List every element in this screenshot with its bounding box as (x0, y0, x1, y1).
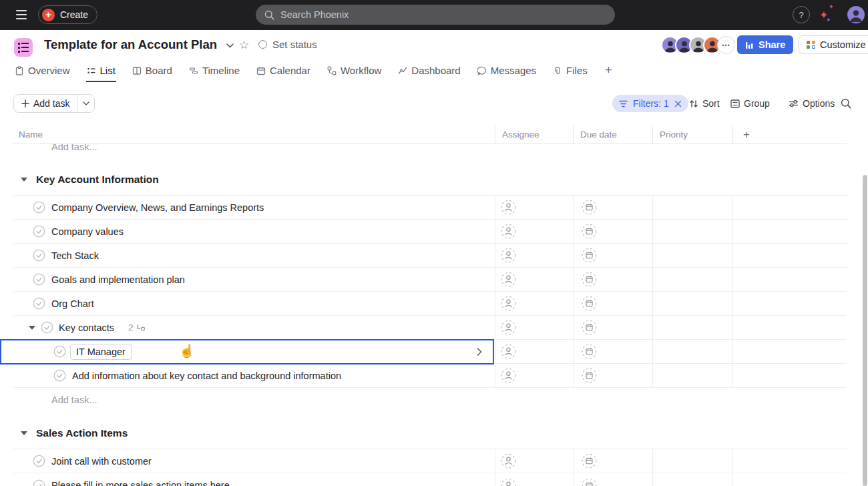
add-task-row-clipped[interactable]: Add task... (0, 144, 868, 155)
column-header-name[interactable]: Name (13, 126, 495, 144)
set-status-button[interactable]: Set status (258, 39, 317, 50)
priority-cell[interactable] (652, 196, 732, 220)
task-row[interactable]: Tech Stack (0, 244, 868, 268)
priority-cell[interactable] (652, 244, 732, 268)
user-avatar[interactable] (847, 6, 865, 23)
task-row[interactable]: Company Overview, News, and Earnings Rep… (0, 196, 868, 220)
due-date-cell[interactable] (573, 473, 652, 486)
add-task-main[interactable]: Add task (14, 95, 77, 112)
tab-list[interactable]: List (86, 61, 116, 82)
task-row[interactable]: Goals and implementation plan (0, 268, 868, 292)
due-date-cell[interactable] (573, 220, 652, 244)
tab-files[interactable]: Files (552, 61, 588, 82)
task-row[interactable]: Company values (0, 220, 868, 244)
priority-cell[interactable] (652, 449, 732, 473)
add-task-dropdown[interactable] (77, 95, 94, 112)
task-row[interactable]: Org Chart (0, 292, 868, 316)
tab-calendar[interactable]: Calendar (256, 61, 311, 82)
task-status-check-icon[interactable] (33, 455, 45, 467)
assignee-cell[interactable] (495, 316, 573, 340)
task-row[interactable]: Joint call with customer (0, 449, 868, 473)
hamburger-menu-icon[interactable] (16, 10, 27, 19)
column-header-priority[interactable]: Priority (652, 126, 732, 144)
assignee-cell[interactable] (495, 292, 573, 316)
open-task-chevron-icon[interactable] (477, 348, 482, 356)
priority-cell[interactable] (652, 340, 732, 364)
tab-board[interactable]: Board (132, 61, 173, 82)
collapse-triangle-icon[interactable] (21, 178, 27, 182)
assignee-cell[interactable] (495, 196, 573, 220)
task-row-clipped[interactable]: Please fill in more sales action items h… (0, 473, 868, 486)
help-button[interactable]: ? (793, 6, 810, 23)
tab-timeline[interactable]: Timeline (188, 61, 240, 82)
global-search-input[interactable]: Search Phoenix (256, 5, 615, 25)
task-status-check-icon[interactable] (33, 297, 45, 310)
assignee-cell[interactable] (495, 244, 573, 268)
due-date-cell[interactable] (573, 244, 652, 268)
favorite-star-icon[interactable]: ☆ (239, 38, 249, 52)
task-row-key-contacts[interactable]: Key contacts 2 (0, 316, 868, 340)
task-status-check-icon[interactable] (33, 249, 45, 262)
priority-cell[interactable] (652, 268, 732, 292)
tab-messages[interactable]: Messages (477, 61, 537, 82)
extra-cell (732, 196, 847, 220)
share-button[interactable]: Share (737, 35, 793, 54)
priority-cell[interactable] (652, 473, 732, 486)
due-date-cell[interactable] (573, 292, 652, 316)
extra-cell (732, 473, 847, 486)
task-row-subtask[interactable]: Add information about key contact and ba… (0, 364, 868, 388)
assignee-cell[interactable] (495, 449, 573, 473)
task-status-check-icon[interactable] (33, 225, 45, 238)
task-status-check-icon[interactable] (33, 273, 45, 286)
task-status-check-icon[interactable] (53, 345, 66, 358)
assignee-cell[interactable] (495, 268, 573, 292)
list-search-button[interactable] (841, 98, 851, 111)
ai-sparkles-icon[interactable]: ✦✦✦ (819, 4, 837, 26)
add-column-button[interactable]: + (732, 126, 847, 144)
create-button[interactable]: + Create (38, 5, 97, 24)
expand-triangle-icon[interactable] (29, 326, 35, 330)
assignee-cell[interactable] (495, 340, 573, 364)
due-date-cell[interactable] (573, 364, 652, 388)
add-task-row[interactable]: Add task... (13, 388, 868, 412)
assignee-cell[interactable] (495, 473, 573, 486)
section-key-account-information[interactable]: Key Account Information (13, 164, 847, 196)
collapse-triangle-icon[interactable] (21, 431, 27, 435)
tab-overview[interactable]: Overview (14, 61, 71, 82)
assignee-cell[interactable] (495, 364, 573, 388)
task-row-it-manager-selected[interactable]: IT Manager ☝ (0, 340, 868, 364)
due-date-cell[interactable] (573, 340, 652, 364)
customize-button[interactable]: Customize (799, 35, 868, 54)
due-date-cell[interactable] (573, 268, 652, 292)
group-button[interactable]: Group (730, 94, 770, 113)
options-button[interactable]: Options (789, 94, 835, 113)
due-date-cell[interactable] (573, 196, 652, 220)
tab-dashboard[interactable]: Dashboard (397, 61, 461, 82)
task-status-check-icon[interactable] (53, 369, 66, 382)
section-sales-action-items[interactable]: Sales Action Items (13, 417, 847, 449)
task-status-check-icon[interactable] (33, 201, 45, 214)
task-status-check-icon[interactable] (33, 479, 45, 486)
filters-pill[interactable]: Filters: 1 (612, 95, 688, 112)
close-icon[interactable] (674, 100, 682, 107)
priority-cell[interactable] (652, 292, 732, 316)
task-title-edit-box[interactable]: IT Manager (70, 344, 132, 360)
due-date-cell[interactable] (573, 316, 652, 340)
add-view-button[interactable]: + (604, 61, 614, 79)
assignee-cell[interactable] (495, 220, 573, 244)
assignee-placeholder-icon (501, 248, 516, 263)
tab-workflow[interactable]: Workflow (327, 61, 382, 82)
due-date-cell[interactable] (573, 449, 652, 473)
priority-cell[interactable] (652, 364, 732, 388)
column-header-due-date[interactable]: Due date (573, 126, 652, 144)
task-status-check-icon[interactable] (41, 321, 53, 334)
vertical-scrollbar[interactable] (863, 175, 867, 486)
sort-button[interactable]: Sort (689, 94, 720, 113)
priority-cell[interactable] (652, 220, 732, 244)
title-chevron-down-icon[interactable] (226, 43, 234, 48)
due-date-placeholder-icon (582, 320, 597, 335)
more-collaborators-button[interactable]: ••• (717, 36, 735, 54)
list-doc-icon[interactable] (14, 38, 33, 57)
priority-cell[interactable] (652, 316, 732, 340)
column-header-assignee[interactable]: Assignee (495, 126, 573, 144)
